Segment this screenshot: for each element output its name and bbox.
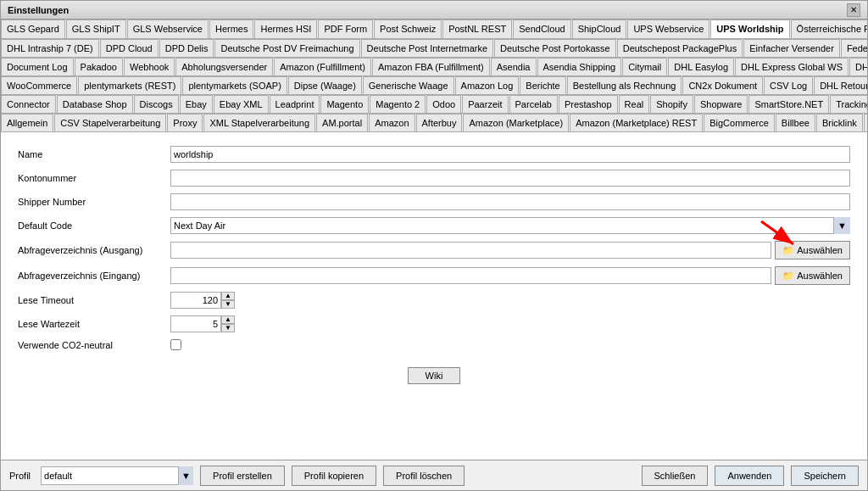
tab-bigcommerce[interactable]: BigCommerce xyxy=(704,114,775,131)
tab-prestashop[interactable]: Prestashop xyxy=(559,95,618,113)
profil-select[interactable]: default xyxy=(41,466,193,485)
tab-amazon-(marketplace)[interactable]: Amazon (Marketplace) xyxy=(463,114,569,131)
tab-einfacher-versender[interactable]: Einfacher Versender xyxy=(743,39,840,57)
tab-discogs[interactable]: Discogs xyxy=(134,95,179,113)
abfrage-eingang-input[interactable] xyxy=(170,267,771,284)
tab-hermes-hsi[interactable]: Hermes HSI xyxy=(254,20,317,38)
tab-dhl-express-global-ws[interactable]: DHL Express Global WS xyxy=(735,58,849,75)
tab-ups-webservice[interactable]: UPS Webservice xyxy=(627,20,709,38)
profil-erstellen-btn[interactable]: Profil erstellen xyxy=(200,466,285,486)
tab-plentymarkets-(soap)[interactable]: plentymarkets (SOAP) xyxy=(182,76,287,94)
tab-database-shop[interactable]: Database Shop xyxy=(57,95,133,113)
tab-deutsche-post-internetmarke[interactable]: Deutsche Post Internetmarke xyxy=(361,39,493,57)
lese-wartezeit-up[interactable]: ▲ xyxy=(221,315,235,324)
tab-pakadoo[interactable]: Pakadoo xyxy=(75,58,123,75)
tab-gls-webservice[interactable]: GLS Webservice xyxy=(127,20,209,38)
tab-ebay[interactable]: Ebay xyxy=(180,95,213,113)
shipper-input[interactable] xyxy=(170,193,850,210)
konto-input[interactable] xyxy=(170,170,850,187)
tab-magento[interactable]: Magento xyxy=(320,95,369,113)
abfrage-ausgang-btn[interactable]: 📁 Auswählen xyxy=(775,241,850,259)
tab-dhl-retoure[interactable]: DHL Retoure xyxy=(814,76,867,94)
tab-gls-gepard[interactable]: GLS Gepard xyxy=(1,20,65,38)
tab-fedex-webservice[interactable]: Fedex Webservice xyxy=(841,39,867,57)
tab-gls-shipit[interactable]: GLS ShipIT xyxy=(66,20,126,38)
tab-generische-waage[interactable]: Generische Waage xyxy=(363,76,454,94)
tab-csv-log[interactable]: CSV Log xyxy=(764,76,813,94)
tab-dpd-delis[interactable]: DPD Delis xyxy=(159,39,214,57)
tab-csv-stapelverarbeitung[interactable]: CSV Stapelverarbeitung xyxy=(54,114,166,131)
tab-proxy[interactable]: Proxy xyxy=(167,114,203,131)
tab-postnl-rest[interactable]: PostNL REST xyxy=(442,20,512,38)
lese-timeout-down[interactable]: ▼ xyxy=(221,300,235,309)
tab-parcelab[interactable]: Parcelab xyxy=(509,95,558,113)
tab-real[interactable]: Real xyxy=(619,95,650,113)
tab-billbee[interactable]: Billbee xyxy=(776,114,815,131)
wiki-button[interactable]: Wiki xyxy=(408,367,461,384)
default-code-select[interactable]: Next Day Air 2nd Day Air Ground Express xyxy=(170,217,850,234)
lese-wartezeit-down[interactable]: ▼ xyxy=(221,324,235,332)
profil-kopieren-btn[interactable]: Profil kopieren xyxy=(292,466,376,486)
tab-dpd-cloud[interactable]: DPD Cloud xyxy=(100,39,159,57)
tab-smartstore.net[interactable]: SmartStore.NET xyxy=(748,95,829,113)
tab-allgemein[interactable]: Allgemein xyxy=(1,114,53,131)
tab-amazon-log[interactable]: Amazon Log xyxy=(455,76,520,94)
tab-deutsche-post-dv-freimachung[interactable]: Deutsche Post DV Freimachung xyxy=(214,39,359,57)
tab-amazon-(fulfillment)[interactable]: Amazon (Fulfillment) xyxy=(274,58,371,75)
co2-checkbox[interactable] xyxy=(170,339,181,350)
tab-citymail[interactable]: Citymail xyxy=(622,58,667,75)
tab-post-schweiz[interactable]: Post Schweiz xyxy=(374,20,442,38)
close-button[interactable]: ✕ xyxy=(847,3,860,17)
schliessen-btn[interactable]: Schließen xyxy=(642,466,709,486)
tab-document-log[interactable]: Document Log xyxy=(1,58,74,75)
tab-sendcloud[interactable]: SendCloud xyxy=(513,20,570,38)
name-input[interactable] xyxy=(170,146,850,163)
tab-hermes[interactable]: Hermes xyxy=(209,20,254,38)
tab-xml-stapelverarbeitung[interactable]: XML Stapelverarbeitung xyxy=(203,114,315,131)
tab-leadprint[interactable]: Leadprint xyxy=(270,95,320,113)
tab-dhl-geschäftskundenversand[interactable]: DHL Geschäftskundenversand xyxy=(849,58,867,75)
tab-amazon[interactable]: Amazon xyxy=(369,114,415,131)
tab-woocommerce[interactable]: WooCommerce xyxy=(1,76,77,94)
tab-plentymarkets-(rest)[interactable]: plentymarkets (REST) xyxy=(78,76,181,94)
lese-timeout-input[interactable] xyxy=(170,292,221,309)
abfrage-ausgang-input[interactable] xyxy=(170,242,771,259)
tab-paarzeit[interactable]: Paarzeit xyxy=(462,95,508,113)
tab-magento-2[interactable]: Magento 2 xyxy=(370,95,426,113)
anwenden-btn[interactable]: Anwenden xyxy=(715,466,784,486)
speichern-btn[interactable]: Speichern xyxy=(791,466,859,486)
tab-ups-worldship[interactable]: UPS Worldship xyxy=(710,20,789,38)
tab-amazon-(marketplace)-rest[interactable]: Amazon (Marketplace) REST xyxy=(570,114,703,131)
tab-webhook[interactable]: Webhook xyxy=(124,58,175,75)
lese-wartezeit-input[interactable] xyxy=(170,315,221,332)
tab-cn2x-dokument[interactable]: CN2x Dokument xyxy=(682,76,763,94)
tab-trackingportal[interactable]: Trackingportal xyxy=(830,95,867,113)
tab-österreichische-post[interactable]: Österreichische Post xyxy=(791,20,867,38)
tab-bricklink[interactable]: Bricklink xyxy=(816,114,863,131)
tab-am.portal[interactable]: AM.portal xyxy=(316,114,368,131)
lese-timeout-up[interactable]: ▲ xyxy=(221,292,235,300)
tab-asendia-shipping[interactable]: Asendia Shipping xyxy=(537,58,622,75)
tab-asendia[interactable]: Asendia xyxy=(491,58,537,75)
name-row: Name xyxy=(18,146,850,163)
tab-deutsche-post-portokasse[interactable]: Deutsche Post Portokasse xyxy=(494,39,616,57)
tab-odoo[interactable]: Odoo xyxy=(426,95,461,113)
tab-dhl-easylog[interactable]: DHL Easylog xyxy=(668,58,734,75)
tab-pdf-form[interactable]: PDF Form xyxy=(318,20,373,38)
tab-ebay-xml[interactable]: Ebay XML xyxy=(214,95,269,113)
tab-shipcloud[interactable]: ShipCloud xyxy=(572,20,627,38)
tab-dhl-intraship-7-(de)[interactable]: DHL Intraship 7 (DE) xyxy=(1,39,99,57)
tab-abholungsversender[interactable]: Abholungsversender xyxy=(175,58,273,75)
tab-berichte[interactable]: Berichte xyxy=(520,76,565,94)
tab-dipse-(waage)[interactable]: Dipse (Waage) xyxy=(288,76,362,94)
tab-shopify[interactable]: Shopify xyxy=(650,95,693,113)
profil-loeschen-btn[interactable]: Profil löschen xyxy=(383,466,465,486)
tab-brickowi[interactable]: Brickowi xyxy=(864,114,867,131)
abfrage-eingang-btn[interactable]: 📁 Auswählen xyxy=(775,266,850,285)
tab-bestellung-als-rechnung[interactable]: Bestellung als Rechnung xyxy=(567,76,682,94)
tab-deutschepost-packageplus[interactable]: Deutschepost PackagePlus xyxy=(617,39,743,57)
tab-afterbuy[interactable]: Afterbuy xyxy=(416,114,463,131)
tab-amazon-fba-(fulfillment)[interactable]: Amazon FBA (Fulfillment) xyxy=(372,58,490,75)
tab-shopware[interactable]: Shopware xyxy=(694,95,748,113)
tab-connector[interactable]: Connector xyxy=(1,95,56,113)
